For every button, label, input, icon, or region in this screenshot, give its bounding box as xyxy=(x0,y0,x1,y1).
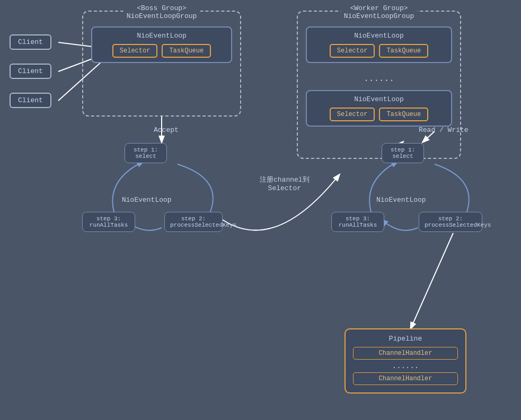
worker-group: <Worker Group> NioEventLoopGroup NioEven… xyxy=(297,11,461,159)
pipeline-dots: ...... xyxy=(353,362,458,370)
boss-selector: Selector xyxy=(112,44,158,58)
svg-line-7 xyxy=(411,233,453,328)
rw-label: Read / Write xyxy=(419,126,469,134)
worker-nio-loop-top: NioEventLoop Selector TaskQueue xyxy=(306,26,452,63)
register-label: 注册channel到 Selector xyxy=(260,175,310,192)
worker-group-label: <Worker Group> NioEventLoopGroup xyxy=(341,4,418,20)
worker-step3: step 3:runAllTasks xyxy=(331,212,384,232)
boss-loop-label: NioEventLoop xyxy=(122,196,172,204)
accept-label: Accept xyxy=(154,126,179,134)
worker-task-queue-bottom: TaskQueue xyxy=(379,108,428,121)
worker-nio-loop-top-title: NioEventLoop xyxy=(313,32,445,40)
boss-step2: step 2:processSelectedKeys xyxy=(164,212,223,232)
boss-step3: step 3:runAllTasks xyxy=(82,212,135,232)
diagram-container: Client Client Client <Boss Group> NioEve… xyxy=(0,0,521,420)
pipeline-title: Pipeline xyxy=(353,335,458,343)
worker-selector-top: Selector xyxy=(330,44,375,58)
boss-nio-event-loop: NioEventLoop Selector TaskQueue xyxy=(91,26,232,63)
boss-nio-loop-title: NioEventLoop xyxy=(99,32,225,40)
boss-task-queue: TaskQueue xyxy=(162,44,211,58)
worker-loop-label: NioEventLoop xyxy=(376,196,426,204)
worker-nio-loop-bottom: NioEventLoop Selector TaskQueue xyxy=(306,90,452,127)
boss-group: <Boss Group> NioEventLoopGroup NioEventL… xyxy=(82,11,241,117)
worker-task-queue-top: TaskQueue xyxy=(379,44,428,58)
worker-nio-loop-bottom-title: NioEventLoop xyxy=(313,95,445,103)
worker-dots: ...... xyxy=(298,74,460,84)
worker-selector-bottom: Selector xyxy=(330,108,375,121)
channel-handler-1: ChannelHandler xyxy=(353,347,458,360)
worker-step2: step 2:processSelectedKeys xyxy=(419,212,482,232)
client-box-2: Client xyxy=(10,64,51,79)
channel-handler-2: ChannelHandler xyxy=(353,372,458,385)
pipeline-box: Pipeline ChannelHandler ...... ChannelHa… xyxy=(345,328,466,394)
boss-step1: step 1:select xyxy=(125,143,167,163)
boss-group-label: <Boss Group> NioEventLoopGroup xyxy=(123,4,200,20)
worker-step1: step 1:select xyxy=(382,143,424,163)
client-box-3: Client xyxy=(10,93,51,108)
client-box-1: Client xyxy=(10,34,51,50)
